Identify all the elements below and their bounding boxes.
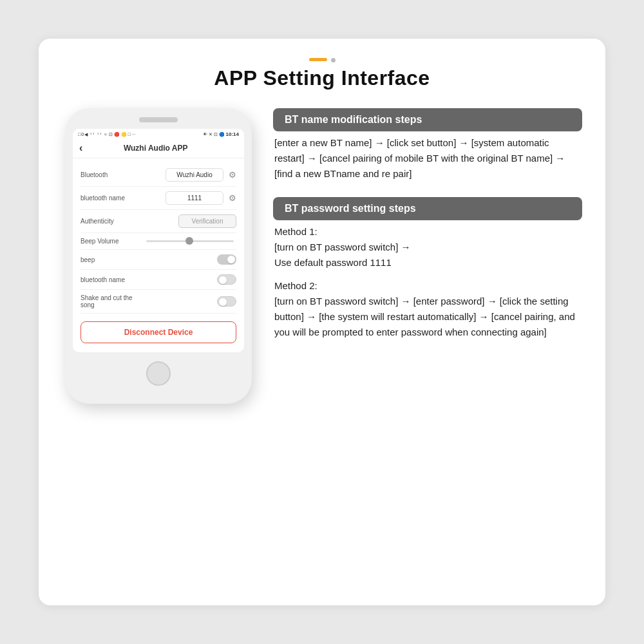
bt-name-toggle-knob [219, 276, 227, 284]
bt-password-header: BT password setting steps [273, 197, 582, 220]
content-row: □0◀ ᵌᵌ ᵌᵌ ≈ ⊡ 🔴 🟡 □ ··· 👁 ✕ ⊡ 🔵 10:14 ‹ … [62, 108, 582, 404]
shake-label: Shake and cut the song [80, 294, 138, 308]
phone-wrap: □0◀ ᵌᵌ ᵌᵌ ≈ ⊡ 🔴 🟡 □ ··· 👁 ✕ ⊡ 🔵 10:14 ‹ … [62, 108, 255, 404]
gray-dot [331, 58, 336, 62]
beep-toggle[interactable] [217, 254, 236, 265]
beep-label: beep [80, 256, 138, 263]
status-icons2: ⊡ 🔴 🟡 □ ··· [109, 132, 136, 137]
bt-password-method2: Method 2: [turn on BT password switch] →… [273, 278, 582, 340]
setting-row-shake: Shake and cut the song [80, 290, 236, 314]
bt-name-gear-icon[interactable]: ⚙ [229, 193, 236, 203]
authenticity-label: Authenticity [80, 218, 138, 225]
bt-name-label: bluetooth name [80, 194, 138, 202]
bluetooth-value[interactable]: Wuzhi Audio [166, 168, 223, 182]
shake-toggle[interactable] [217, 296, 236, 307]
orange-dot [309, 58, 327, 61]
setting-row-bluetooth: Bluetooth Wuzhi Audio ⚙ [80, 164, 236, 187]
main-card: APP Setting Interface □0◀ ᵌᵌ ᵌᵌ ≈ ⊡ 🔴 🟡 … [39, 39, 605, 605]
bt-name-value[interactable]: 1111 [166, 191, 223, 205]
status-eye: 👁 ✕ ⊡ 🔵 [203, 132, 225, 137]
status-icons: □0◀ ᵌᵌ ᵌᵌ ≈ [78, 132, 108, 137]
phone-speaker [139, 117, 178, 122]
beep-toggle-knob [227, 256, 235, 263]
bt-password-method1: Method 1: [turn on BT password switch] →… [273, 224, 582, 270]
beep-volume-label: Beep Volume [80, 238, 138, 245]
setting-row-beep: beep [80, 250, 236, 270]
app-header-title: Wuzhi Audio APP [89, 144, 222, 153]
setting-row-bt-name-toggle: bluetooth name [80, 270, 236, 290]
bt-name-section: BT name modification steps [enter a new … [273, 108, 582, 182]
right-panel: BT name modification steps [enter a new … [273, 108, 582, 346]
setting-row-bt-name: bluetooth name 1111 ⚙ [80, 187, 236, 210]
phone-home-button[interactable] [146, 361, 171, 386]
phone-device: □0◀ ᵌᵌ ᵌᵌ ≈ ⊡ 🔴 🟡 □ ··· 👁 ✕ ⊡ 🔵 10:14 ‹ … [65, 108, 252, 404]
app-header: ‹ Wuzhi Audio APP [73, 138, 244, 158]
bt-name-text: [enter a new BT name] → [click set butto… [273, 135, 582, 182]
bt-password-section: BT password setting steps Method 1: [tur… [273, 197, 582, 340]
shake-toggle-knob [219, 298, 227, 306]
bluetooth-gear-icon[interactable]: ⚙ [229, 170, 236, 180]
volume-slider-track[interactable] [146, 240, 234, 242]
status-time: 10:14 [226, 131, 239, 137]
bluetooth-label: Bluetooth [80, 171, 138, 178]
status-left: □0◀ ᵌᵌ ᵌᵌ ≈ ⊡ 🔴 🟡 □ ··· [78, 132, 136, 137]
title-dots [62, 58, 582, 62]
verification-button[interactable]: Verification [178, 214, 236, 228]
setting-row-beep-volume: Beep Volume [80, 233, 236, 250]
page-title: APP Setting Interface [62, 66, 582, 90]
title-area: APP Setting Interface [62, 58, 582, 90]
bt-name-header: BT name modification steps [273, 108, 582, 131]
volume-slider-thumb[interactable] [185, 237, 193, 245]
disconnect-button[interactable]: Disconnect Device [80, 321, 236, 343]
bt-name-toggle[interactable] [217, 274, 236, 285]
phone-screen: □0◀ ᵌᵌ ᵌᵌ ≈ ⊡ 🔴 🟡 □ ··· 👁 ✕ ⊡ 🔵 10:14 ‹ … [73, 129, 244, 352]
app-body: Bluetooth Wuzhi Audio ⚙ bluetooth name 1… [73, 158, 244, 352]
setting-row-authenticity: Authenticity Verification [80, 210, 236, 233]
status-right: 👁 ✕ ⊡ 🔵 10:14 [203, 131, 239, 137]
back-button[interactable]: ‹ [79, 142, 82, 154]
bt-name-toggle-label: bluetooth name [80, 276, 138, 283]
status-bar: □0◀ ᵌᵌ ᵌᵌ ≈ ⊡ 🔴 🟡 □ ··· 👁 ✕ ⊡ 🔵 10:14 [73, 129, 244, 138]
